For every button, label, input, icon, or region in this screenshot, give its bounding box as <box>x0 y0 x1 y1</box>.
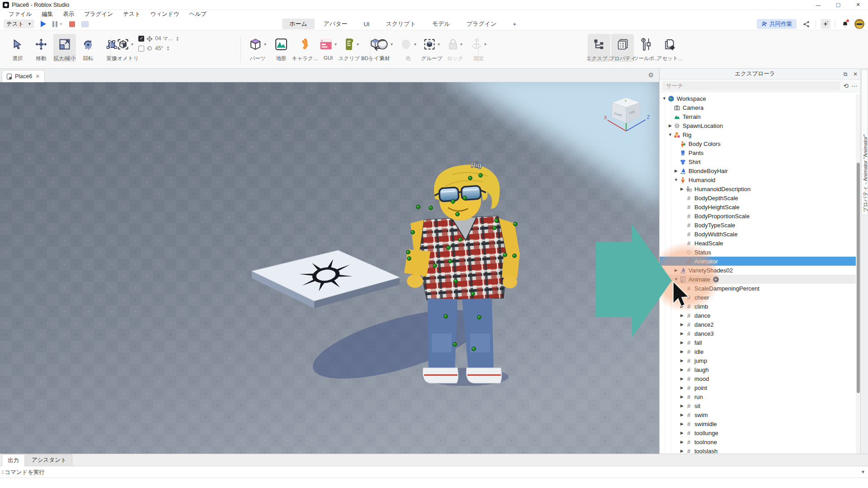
more-options-icon[interactable]: ⋯ <box>851 82 858 89</box>
collapse-icon[interactable]: ▼ <box>661 96 667 101</box>
command-input[interactable] <box>5 469 858 475</box>
tree-item-toollunge[interactable]: ▶#toollunge <box>660 428 856 437</box>
tree-item-VarietyShades02[interactable]: ▶VarietyShades02 <box>660 266 856 275</box>
ribbon-tool-ツールボ...[interactable]: ツールボ... <box>635 34 657 62</box>
viewport-3d[interactable]: Rig X Z Y Front Left <box>0 82 659 454</box>
expand-icon[interactable]: ▶ <box>679 358 685 363</box>
scrollbar-thumb[interactable] <box>857 163 860 393</box>
collaborate-button[interactable]: 共同作業 <box>757 19 797 29</box>
tree-item-Workspace[interactable]: ▼Workspace <box>660 94 856 103</box>
ribbon-tool-エクスプ...[interactable]: エクスプ... <box>588 34 610 62</box>
ai-sparkle-icon[interactable] <box>821 19 830 29</box>
stepper-up-down[interactable]: ▲▼ <box>176 36 179 42</box>
tree-item-Camera[interactable]: Camera <box>660 103 856 112</box>
tree-item-HumanoidDescription[interactable]: ▶HumanoidDescription <box>660 184 856 193</box>
close-button[interactable]: ✕ <box>848 0 868 10</box>
play-button[interactable] <box>41 21 46 27</box>
tree-item-Animate[interactable]: ▼Animate+ <box>660 275 856 284</box>
ribbon-tool-ロック[interactable]: ▼ロック <box>444 34 467 62</box>
notification-bell-icon[interactable] <box>840 19 850 29</box>
ribbon-tab-ホーム[interactable]: ホーム <box>282 19 315 29</box>
menu-item-プラグイン[interactable]: プラグイン <box>79 10 118 18</box>
bottom-tab-アシスタント[interactable]: アシスタント <box>26 454 72 466</box>
ribbon-tool-キャラク...[interactable]: キャラク... <box>293 34 316 62</box>
expand-icon[interactable]: ▶ <box>679 413 685 417</box>
expand-icon[interactable]: ▶ <box>679 376 685 381</box>
tree-item-Animator[interactable]: Animator <box>660 257 856 266</box>
tree-item-swimidle[interactable]: ▶#swimidle <box>660 419 856 428</box>
ribbon-tool-移動[interactable]: 移動 <box>30 34 52 62</box>
tree-item-toolnone[interactable]: ▶#toolnone <box>660 437 856 446</box>
test-mode-select[interactable]: テスト▼ <box>4 19 34 28</box>
close-icon[interactable]: ✕ <box>850 71 860 77</box>
ribbon-tool-拡大/縮小[interactable]: 拡大/縮小 <box>53 34 76 62</box>
avatar[interactable] <box>854 19 864 29</box>
menu-item-ファイル[interactable]: ファイル <box>4 10 37 18</box>
tree-item-dance3[interactable]: ▶#dance3 <box>660 329 856 338</box>
expand-icon[interactable]: ▶ <box>673 169 679 173</box>
tree-item-BlondeBoyHair[interactable]: ▶BlondeBoyHair <box>660 166 856 175</box>
tree-item-Humanoid[interactable]: ▼Humanoid <box>660 175 856 184</box>
expand-icon[interactable]: ▶ <box>679 313 685 318</box>
expand-icon[interactable]: ▶ <box>679 187 685 191</box>
pause-button[interactable]: ▼ <box>52 21 63 27</box>
tree-item-Shirt[interactable]: Shirt <box>660 157 856 166</box>
expand-icon[interactable]: ▶ <box>679 340 685 345</box>
snap-rotate-value[interactable]: 45° <box>155 45 163 52</box>
menu-item-編集[interactable]: 編集 <box>37 10 58 18</box>
record-button[interactable] <box>81 21 89 27</box>
expand-icon[interactable]: ▶ <box>679 331 685 336</box>
collapse-icon[interactable]: ▼ <box>673 178 679 182</box>
tree-item-toolslash[interactable]: ▶#toolslash <box>660 446 856 454</box>
expand-icon[interactable]: ▶ <box>679 440 685 444</box>
snap-move-value[interactable]: 04 マ... <box>155 35 173 42</box>
expand-icon[interactable]: ▶ <box>679 431 685 435</box>
expand-icon[interactable]: ▶ <box>679 322 685 327</box>
ribbon-tool-プロパティ[interactable]: プロパティ <box>611 34 634 62</box>
ribbon-tool-スクリプト[interactable]: ▼スクリプト <box>340 34 363 62</box>
expand-icon[interactable]: ▶ <box>679 304 685 309</box>
tree-item-climb[interactable]: ▶#climb <box>660 302 856 311</box>
expand-icon[interactable]: ▶ <box>679 349 685 354</box>
expand-icon[interactable]: ▶ <box>679 404 685 408</box>
minimize-button[interactable]: — <box>808 0 828 10</box>
ribbon-tab-アバター[interactable]: アバター <box>316 19 355 29</box>
tree-item-dance2[interactable]: ▶#dance2 <box>660 320 856 329</box>
tree-item-idle[interactable]: ▶#idle <box>660 347 856 356</box>
drag-handle-icon[interactable]: ⁞⁞ <box>0 469 5 475</box>
bottom-tab-出力[interactable]: 出力 <box>2 454 25 466</box>
ribbon-tool-選択[interactable]: 選択 <box>6 34 29 62</box>
ribbon-tool-固定[interactable]: ▼固定 <box>467 34 490 62</box>
stop-button[interactable] <box>69 21 75 27</box>
menu-item-表示[interactable]: 表示 <box>58 10 79 18</box>
chevron-down-icon[interactable]: ▼ <box>858 469 868 474</box>
tree-item-Status[interactable]: ◇Status <box>660 248 856 257</box>
ribbon-tool-パーツ[interactable]: ▼パーツ <box>246 34 269 62</box>
tree-item-run[interactable]: ▶#run <box>660 392 856 401</box>
tree-item-cheer[interactable]: ▶#cheer <box>660 293 856 302</box>
ribbon-tool-素材[interactable]: ▼素材 <box>373 34 396 62</box>
ribbon-tool-地形[interactable]: 地形 <box>270 34 292 62</box>
ribbon-tool-色[interactable]: ▼色 <box>397 34 420 62</box>
tree-item-BodyProportionScale[interactable]: #BodyProportionScale <box>660 211 856 221</box>
tree-item-Pants[interactable]: Pants <box>660 148 856 157</box>
ribbon-tab-スクリプト[interactable]: スクリプト <box>378 19 423 29</box>
collapse-icon[interactable]: ▼ <box>673 277 679 282</box>
expand-icon[interactable]: ▶ <box>679 394 685 399</box>
tree-item-SpawnLocation[interactable]: ▶SpawnLocation <box>660 121 856 130</box>
ribbon-tool-GUI[interactable]: ▼GUI <box>317 34 340 62</box>
tree-item-BodyDepthScale[interactable]: #BodyDepthScale <box>660 193 856 202</box>
tree-item-HeadScale[interactable]: #HeadScale <box>660 239 856 248</box>
tree-item-laugh[interactable]: ▶#laugh <box>660 365 856 374</box>
history-icon[interactable]: ⟲ <box>843 82 849 89</box>
menu-item-ヘルプ[interactable]: ヘルプ <box>184 10 212 18</box>
tree-item-sit[interactable]: ▶#sit <box>660 401 856 410</box>
tree-item-point[interactable]: ▶#point <box>660 383 856 392</box>
ribbon-tool-回転[interactable]: 回転 <box>77 34 99 62</box>
tree-item-swim[interactable]: ▶#swim <box>660 410 856 419</box>
expand-icon[interactable]: ▶ <box>673 268 679 272</box>
tree-item-BodyTypeScale[interactable]: #BodyTypeScale <box>660 221 856 230</box>
expand-icon[interactable]: ▶ <box>679 367 685 372</box>
explorer-scrollbar[interactable] <box>856 94 860 454</box>
ribbon-tab-モデル[interactable]: モデル <box>425 19 458 29</box>
